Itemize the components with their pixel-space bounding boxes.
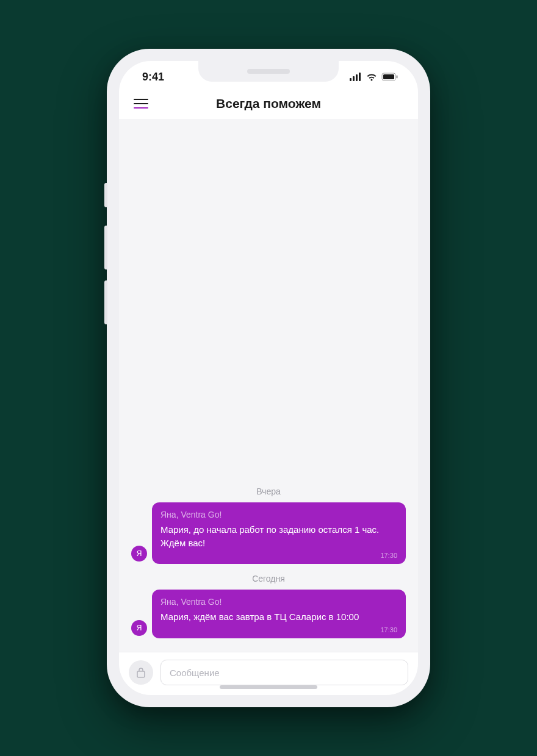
svg-rect-0 xyxy=(350,78,351,81)
side-button-mute xyxy=(104,183,107,207)
message-text: Мария, ждём вас завтра в ТЦ Саларис в 10… xyxy=(160,610,397,624)
message-bubble[interactable]: Яна, Ventra Go! Мария, до начала работ п… xyxy=(152,502,406,565)
avatar: Я xyxy=(131,620,147,636)
message-text: Мария, до начала работ по заданию осталс… xyxy=(160,523,397,550)
wifi-icon xyxy=(366,73,378,81)
message-time: 17:30 xyxy=(160,552,397,559)
avatar: Я xyxy=(131,546,147,562)
battery-icon xyxy=(381,73,398,81)
message-input[interactable] xyxy=(160,660,408,685)
lock-icon xyxy=(136,667,146,678)
menu-button[interactable] xyxy=(134,99,148,109)
message-sender: Яна, Ventra Go! xyxy=(160,510,397,519)
svg-rect-7 xyxy=(137,671,145,677)
svg-rect-1 xyxy=(353,76,355,81)
speaker-grille xyxy=(247,69,290,74)
message-bubble[interactable]: Яна, Ventra Go! Мария, ждём вас завтра в… xyxy=(152,590,406,638)
lock-button[interactable] xyxy=(129,660,153,685)
cellular-icon xyxy=(350,73,362,81)
side-button-vol-up xyxy=(104,226,107,269)
notch xyxy=(198,61,339,82)
home-indicator[interactable] xyxy=(220,685,317,689)
app-header: Всегда поможем xyxy=(119,93,418,120)
chat-area[interactable]: Вчера Я Яна, Ventra Go! Мария, до начала… xyxy=(119,120,418,652)
svg-rect-5 xyxy=(383,74,394,79)
status-time: 9:41 xyxy=(142,71,164,84)
svg-rect-2 xyxy=(356,74,358,81)
day-label: Вчера xyxy=(131,487,406,496)
side-button-vol-down xyxy=(104,280,107,324)
message-row: Я Яна, Ventra Go! Мария, ждём вас завтра… xyxy=(131,590,406,638)
svg-rect-3 xyxy=(359,73,361,81)
phone-frame: 9:41 Всегда поможем Вчера Я Яна, Ventra … xyxy=(107,49,430,707)
screen: 9:41 Всегда поможем Вчера Я Яна, Ventra … xyxy=(119,61,418,695)
message-time: 17:30 xyxy=(160,626,397,633)
message-row: Я Яна, Ventra Go! Мария, до начала работ… xyxy=(131,502,406,565)
status-icons xyxy=(350,73,398,81)
day-label: Сегодня xyxy=(131,574,406,583)
svg-rect-6 xyxy=(397,76,398,79)
page-title: Всегда поможем xyxy=(119,96,418,111)
message-sender: Яна, Ventra Go! xyxy=(160,597,397,607)
